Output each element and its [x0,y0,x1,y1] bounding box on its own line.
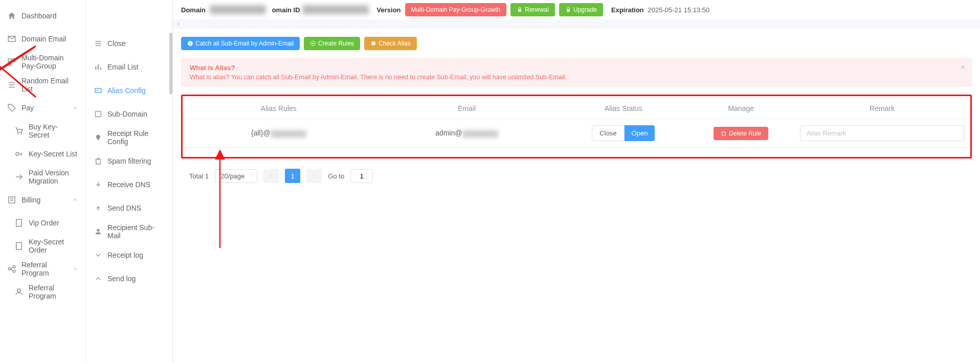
alias-alert: What is Alias? What is alias? You can ca… [181,58,972,86]
cell-manage: Delete Rule [686,119,795,148]
mid-item-recipient[interactable]: Recipient Sub-Mail [86,220,172,243]
trash-icon [94,157,102,165]
collapse-chevron-icon[interactable] [176,21,181,27]
renewal-button[interactable]: Renewal [510,3,555,16]
cell-rules: {all}@xxxxx [185,119,373,148]
sidebar-item-random-email[interactable]: Random Email List [0,73,85,96]
mid-item-sub-domain[interactable]: Sub-Domain [86,102,172,126]
next-page-button[interactable] [306,169,322,183]
sidebar-item-key-secret-order[interactable]: Key-Secret Order [0,234,85,257]
svg-rect-1 [13,59,15,61]
pagination: Total 1 20/page 1 Go to [173,158,980,183]
domain-label: Domain [181,6,206,14]
trash-icon [721,130,727,137]
sidebar-item-label: Referral Program [21,261,73,277]
sidebar-item-billing[interactable]: Billing [0,188,85,211]
goto-input[interactable] [350,169,373,183]
mid-item-label: Receive DNS [107,180,150,189]
chevron-up-icon [94,275,102,283]
mid-item-label: Alias Config [107,86,146,95]
cart-icon [14,126,24,135]
check-alias-button[interactable]: Check Alias [364,37,417,50]
upgrade-button[interactable]: Upgrade [559,3,603,16]
sidebar-item-label: Multi-Domain Pay-Group [21,54,78,70]
alias-table: Alias Rules Email Alias Status Manage Re… [185,98,968,148]
th-email: Email [373,98,561,119]
sidebar-item-label: Key-Secret Order [29,238,78,254]
expiration-label: Expiration [611,6,644,14]
page-size-select[interactable]: 20/page [215,169,257,183]
sidebar-item-buy-key-secret[interactable]: Buy Key-Secret [0,119,85,142]
pagination-total: Total 1 [189,172,209,180]
status-close-button[interactable]: Close [592,125,624,141]
mid-item-email-list[interactable]: Email List [86,55,172,79]
sidebar-item-referral-sub[interactable]: Referral Program [0,280,85,303]
alert-desc: What is alias? You can catch all Sub-Ema… [190,74,963,81]
svg-rect-14 [96,111,101,117]
th-manage: Manage [686,98,795,119]
prev-page-button[interactable] [263,169,279,183]
delete-rule-button[interactable]: Delete Rule [714,127,768,140]
plus-circle-icon [310,40,316,47]
alert-title: What is Alias? [190,64,963,72]
sidebar-item-paid-migration[interactable]: Paid Version Migration [0,165,85,188]
sidebar-item-dashboard[interactable]: Dashboard [0,4,85,27]
domain-id-label: omain ID [272,6,300,14]
create-rules-button[interactable]: Create Rules [304,37,360,50]
mid-item-receipt-rule[interactable]: Receipt Rule Config [86,126,172,149]
list-icon [7,80,16,89]
mid-item-alias-config[interactable]: Alias Config [86,79,172,102]
chevron-down-icon [94,251,102,259]
catch-all-button[interactable]: ! Catch all Sub-Email by Admin-Email [181,37,300,50]
sidebar-item-key-secret-list[interactable]: Key-Secret List [0,142,85,165]
mid-item-receipt-log[interactable]: Receipt log [86,243,172,267]
mid-panel: Close Email List Alias Config Sub-Domain… [86,0,173,363]
mid-item-receive-dns[interactable]: Receive DNS [86,173,172,196]
goto-label: Go to [328,172,344,180]
svg-point-10 [13,265,15,268]
svg-rect-16 [98,139,99,141]
chevron-left-icon [269,173,274,178]
alert-close-icon[interactable]: × [961,63,965,72]
th-remark: Remark [796,98,968,119]
share-icon [7,264,16,274]
svg-point-9 [8,267,11,270]
mid-item-send-dns[interactable]: Send DNS [86,196,172,220]
topbar: Domain xxxxxxx omain ID xxxxxxx Version … [173,0,980,19]
chevron-up-icon [73,266,78,272]
sidebar-item-label: Buy Key-Secret [29,123,78,139]
th-alias-rules: Alias Rules [185,98,373,119]
lock-icon [565,7,571,13]
mid-item-spam[interactable]: Spam filtering [86,149,172,173]
sidebar-item-multi-domain[interactable]: Multi-Domain Pay-Group [0,50,85,73]
menu-icon [94,39,102,48]
page-1-button[interactable]: 1 [285,169,300,183]
chevron-up-icon [72,105,78,111]
sidebar-item-vip-order[interactable]: Vip Order [0,211,85,234]
mid-item-label: Recipient Sub-Mail [107,223,164,240]
mid-item-send-log[interactable]: Send log [86,267,172,290]
mid-scrollbar[interactable] [169,0,172,363]
sidebar-item-referral[interactable]: Referral Program [0,257,85,280]
svg-point-15 [96,135,100,139]
sidebar-item-domain-email[interactable]: Domain Email [0,27,85,50]
mid-item-close[interactable]: Close [86,32,172,55]
bulb-icon [94,133,102,142]
lock-icon [517,7,523,13]
config-icon [94,86,102,95]
mid-item-label: Receipt log [107,251,143,259]
remark-input[interactable] [800,125,964,141]
sidebar-item-label: Dashboard [21,12,57,20]
version-label: Version [377,6,401,14]
svg-rect-2 [8,62,11,65]
svg-text:!: ! [190,42,191,46]
svg-rect-18 [518,9,521,12]
sidebar-item-pay[interactable]: Pay [0,96,85,119]
svg-rect-7 [16,219,22,226]
billing-icon [7,195,16,205]
download-icon [94,180,102,189]
svg-point-17 [97,229,99,232]
status-open-button[interactable]: Open [625,125,655,141]
version-badge[interactable]: Multi-Domain Pay-Group-Growth [405,3,507,16]
chevron-down-icon [249,173,254,178]
